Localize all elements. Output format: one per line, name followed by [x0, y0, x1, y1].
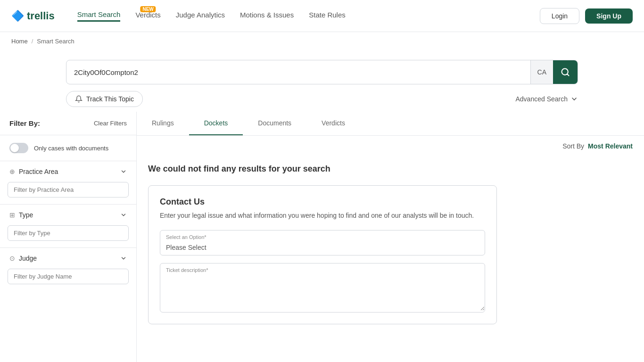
- type-chevron: [120, 212, 127, 218]
- practice-area-header[interactable]: ⊕ Practice Area: [0, 161, 136, 182]
- tab-dockets[interactable]: Dockets: [189, 112, 243, 135]
- logo-icon: 🔷: [11, 10, 24, 22]
- filter-toggle-row: Only cases with documents: [0, 135, 136, 161]
- signup-button[interactable]: Sign Up: [585, 8, 633, 24]
- breadcrumb-current: Smart Search: [37, 38, 74, 45]
- contact-title: Contact Us: [160, 197, 485, 207]
- type-header[interactable]: ⊞ Type: [0, 205, 136, 225]
- type-icon: ⊞: [9, 211, 15, 219]
- logo-link[interactable]: 🔷 trellis: [11, 10, 55, 22]
- practice-area-icon: ⊕: [9, 168, 15, 175]
- filter-section-type: ⊞ Type: [0, 204, 136, 247]
- practice-area-chevron: [120, 168, 127, 175]
- filter-header: Filter By: Clear Filters: [0, 112, 136, 135]
- practice-area-input[interactable]: [8, 182, 129, 197]
- judge-icon: ⊙: [9, 255, 15, 262]
- nav-state-rules[interactable]: State Rules: [309, 11, 346, 21]
- search-controls: Track This Topic Advanced Search: [66, 91, 578, 107]
- judge-header[interactable]: ⊙ Judge: [0, 248, 136, 269]
- tab-verdicts[interactable]: Verdicts: [306, 112, 360, 135]
- nav-actions: Login Sign Up: [540, 8, 633, 24]
- filter-section-practice-area: ⊕ Practice Area: [0, 161, 136, 204]
- type-title: ⊞ Type: [9, 211, 33, 219]
- ticket-description-textarea[interactable]: [160, 263, 485, 311]
- nav-smart-search[interactable]: Smart Search: [77, 10, 121, 22]
- search-button[interactable]: [553, 60, 578, 84]
- tabs: Rulings Dockets Documents Verdicts: [137, 112, 644, 136]
- search-icon: [561, 67, 570, 77]
- select-option-wrap: Select an Option* Please Select Case Res…: [160, 230, 485, 255]
- nav-judge-analytics[interactable]: Judge Analytics: [176, 11, 225, 21]
- practice-area-input-wrap: [0, 182, 136, 204]
- bell-icon: [75, 95, 83, 103]
- toggle-knob: [10, 144, 19, 152]
- filter-section-judge: ⊙ Judge: [0, 247, 136, 291]
- verdicts-badge: NEW: [140, 6, 156, 12]
- no-results-area: We could not find any results for your s…: [137, 156, 644, 336]
- breadcrumb-home[interactable]: Home: [11, 38, 28, 45]
- tab-documents[interactable]: Documents: [243, 112, 306, 135]
- contact-card: Contact Us Enter your legal issue and wh…: [148, 185, 497, 324]
- nav-links: Smart Search Verdicts NEW Judge Analytic…: [77, 10, 540, 22]
- no-results-message: We could not find any results for your s…: [148, 164, 633, 174]
- track-topic-button[interactable]: Track This Topic: [66, 91, 143, 107]
- nav-motions-issues[interactable]: Motions & Issues: [240, 11, 294, 21]
- judge-input[interactable]: [8, 269, 129, 284]
- search-input[interactable]: [66, 68, 530, 76]
- sidebar: Filter By: Clear Filters Only cases with…: [0, 112, 137, 362]
- advanced-search-toggle[interactable]: Advanced Search: [515, 95, 578, 103]
- judge-chevron: [120, 255, 127, 262]
- select-option-label: Select an Option*: [166, 234, 206, 240]
- breadcrumb: Home / Smart Search: [0, 32, 644, 50]
- search-bar: CA: [66, 60, 578, 84]
- only-with-docs-toggle[interactable]: [9, 143, 28, 153]
- breadcrumb-separator: /: [32, 38, 33, 45]
- clear-filters-button[interactable]: Clear Filters: [94, 120, 127, 127]
- content-area: Rulings Dockets Documents Verdicts Sort …: [137, 112, 644, 362]
- type-input-wrap: [0, 225, 136, 247]
- main-layout: Filter By: Clear Filters Only cases with…: [0, 112, 644, 362]
- sort-value[interactable]: Most Relevant: [588, 142, 633, 150]
- judge-input-wrap: [0, 269, 136, 291]
- ticket-description-wrap: Ticket description*: [160, 263, 485, 313]
- select-option-dropdown[interactable]: Please Select Case Research Document Req…: [160, 230, 485, 255]
- contact-description: Enter your legal issue and what informat…: [160, 211, 485, 221]
- ticket-description-label: Ticket description*: [166, 267, 208, 273]
- logo-text: trellis: [27, 10, 55, 22]
- sort-label: Sort By: [562, 142, 584, 150]
- tab-rulings[interactable]: Rulings: [137, 112, 189, 135]
- search-locale: CA: [530, 60, 553, 84]
- navbar: 🔷 trellis Smart Search Verdicts NEW Judg…: [0, 0, 644, 32]
- search-area: CA Track This Topic Advanced Search: [0, 50, 644, 112]
- login-button[interactable]: Login: [540, 8, 579, 24]
- nav-verdicts[interactable]: Verdicts NEW: [135, 11, 160, 21]
- sort-bar: Sort By Most Relevant: [137, 136, 644, 156]
- chevron-down-icon: [570, 95, 578, 103]
- type-input[interactable]: [8, 225, 129, 241]
- only-docs-label: Only cases with documents: [34, 145, 108, 152]
- filter-by-title: Filter By:: [9, 119, 40, 127]
- practice-area-title: ⊕ Practice Area: [9, 168, 58, 175]
- judge-title: ⊙ Judge: [9, 255, 37, 262]
